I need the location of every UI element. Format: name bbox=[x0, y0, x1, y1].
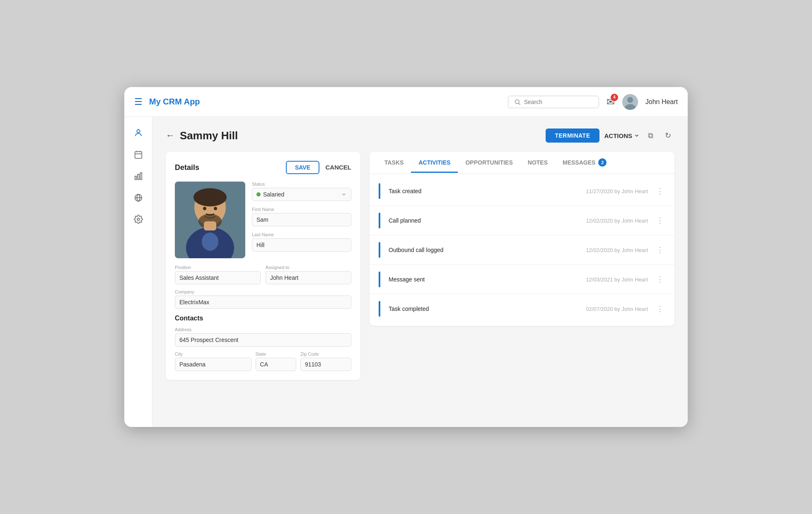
activity-name: Outbound call logged bbox=[389, 247, 586, 253]
refresh-button[interactable]: ↻ bbox=[662, 129, 674, 142]
content-area: ← Sammy Hill TERMINATE ACTIONS ⧉ ↻ bbox=[152, 117, 688, 427]
status-label: Status bbox=[252, 182, 351, 187]
city-field: City Pasadena bbox=[175, 352, 251, 371]
last-name-label: Last Name bbox=[252, 232, 351, 237]
tab-opportunities[interactable]: OPPORTUNITIES bbox=[458, 153, 520, 173]
position-field: Position Sales Assistant bbox=[175, 265, 261, 284]
zip-value[interactable]: 91103 bbox=[300, 358, 351, 371]
tab-messages[interactable]: MESSAGES 2 bbox=[555, 152, 614, 174]
company-field: Company ElectrixMax bbox=[175, 289, 351, 309]
nav-actions: ✉ 4 John Heart bbox=[607, 94, 678, 110]
position-value[interactable]: Sales Assistant bbox=[175, 271, 261, 284]
svg-rect-6 bbox=[135, 152, 142, 159]
activity-item: Task completed 02/07/2020 by John Heart … bbox=[370, 294, 674, 323]
sidebar-item-settings[interactable] bbox=[130, 211, 147, 228]
svg-point-23 bbox=[214, 207, 217, 210]
last-name-value[interactable]: Hill bbox=[252, 238, 351, 252]
user-name-label: John Heart bbox=[645, 98, 678, 106]
city-label: City bbox=[175, 352, 251, 356]
activity-meta: 12/02/2020 by John Heart bbox=[586, 247, 648, 253]
details-header: Details SAVE CANCEL bbox=[175, 161, 351, 174]
svg-point-17 bbox=[193, 188, 227, 206]
svg-rect-11 bbox=[138, 174, 139, 179]
hamburger-menu[interactable]: ☰ bbox=[134, 97, 143, 107]
activity-bar bbox=[379, 272, 380, 287]
activity-more-button[interactable]: ⋮ bbox=[655, 245, 665, 255]
tab-activities[interactable]: ACTIVITIES bbox=[411, 153, 458, 173]
mail-button[interactable]: ✉ 4 bbox=[607, 96, 615, 108]
dropdown-chevron-icon bbox=[341, 192, 347, 197]
svg-rect-12 bbox=[140, 173, 142, 180]
address-field: Address 645 Prospect Crescent bbox=[175, 327, 351, 347]
header-actions: TERMINATE ACTIONS ⧉ ↻ bbox=[546, 128, 674, 143]
city-value[interactable]: Pasadena bbox=[175, 358, 251, 371]
cancel-button[interactable]: CANCEL bbox=[326, 164, 352, 171]
tabs-bar: TASKS ACTIVITIES OPPORTUNITIES NOTES MES bbox=[370, 152, 674, 174]
activity-name: Message sent bbox=[389, 276, 586, 283]
activity-item: Call planned 12/02/2020 by John Heart ⋮ bbox=[370, 206, 674, 235]
activity-item: Message sent 12/03/2021 by John Heart ⋮ bbox=[370, 265, 674, 294]
state-value[interactable]: CA bbox=[256, 358, 296, 371]
sidebar bbox=[124, 117, 152, 427]
svg-point-5 bbox=[137, 130, 140, 133]
save-cancel-group: SAVE CANCEL bbox=[286, 161, 351, 174]
activity-bar bbox=[379, 301, 380, 317]
first-name-value[interactable]: Sam bbox=[252, 213, 351, 226]
zip-label: Zip Code bbox=[300, 352, 351, 356]
address-value[interactable]: 645 Prospect Crescent bbox=[175, 333, 351, 347]
activity-bar bbox=[379, 183, 380, 199]
messages-badge: 2 bbox=[598, 158, 607, 167]
first-name-label: First Name bbox=[252, 207, 351, 212]
status-field: Status Salaried bbox=[252, 182, 351, 201]
activities-panel: TASKS ACTIVITIES OPPORTUNITIES NOTES MES bbox=[370, 152, 674, 326]
terminate-button[interactable]: TERMINATE bbox=[546, 128, 599, 143]
sidebar-item-person[interactable] bbox=[130, 124, 147, 142]
main-layout: ← Sammy Hill TERMINATE ACTIONS ⧉ ↻ bbox=[124, 117, 688, 427]
first-name-field: First Name Sam bbox=[252, 207, 351, 226]
sidebar-item-calendar[interactable] bbox=[130, 146, 147, 163]
right-form-fields: Status Salaried First Name Sam bbox=[252, 182, 351, 258]
sidebar-item-chart[interactable] bbox=[130, 167, 147, 185]
profile-photo-image bbox=[175, 182, 245, 258]
tab-notes[interactable]: NOTES bbox=[520, 153, 555, 173]
activity-item: Task created 11/27/2020 by John Heart ⋮ bbox=[370, 177, 674, 206]
activity-more-button[interactable]: ⋮ bbox=[655, 187, 665, 196]
status-select[interactable]: Salaried bbox=[252, 188, 351, 201]
activity-meta: 12/03/2021 by John Heart bbox=[586, 276, 648, 283]
svg-rect-10 bbox=[135, 176, 136, 179]
top-nav: ☰ My CRM App ✉ 4 John Heart bbox=[124, 87, 688, 117]
actions-button[interactable]: ACTIONS bbox=[604, 132, 640, 139]
company-value[interactable]: ElectrixMax bbox=[175, 296, 351, 309]
copy-button[interactable]: ⧉ bbox=[645, 130, 657, 142]
tab-tasks[interactable]: TASKS bbox=[377, 153, 411, 173]
svg-rect-21 bbox=[204, 221, 216, 230]
assigned-field: Assigned to John Heart bbox=[266, 265, 351, 284]
state-label: State bbox=[256, 352, 296, 356]
save-button[interactable]: SAVE bbox=[286, 161, 319, 174]
sidebar-item-globe[interactable] bbox=[130, 189, 147, 206]
activities-list: Task created 11/27/2020 by John Heart ⋮ … bbox=[370, 174, 674, 326]
assigned-value[interactable]: John Heart bbox=[266, 271, 351, 284]
activity-more-button[interactable]: ⋮ bbox=[655, 275, 665, 284]
search-input[interactable] bbox=[524, 99, 593, 105]
app-logo: My CRM App bbox=[149, 97, 508, 107]
activity-name: Task created bbox=[389, 188, 586, 194]
svg-line-1 bbox=[519, 103, 520, 105]
activity-more-button[interactable]: ⋮ bbox=[655, 304, 665, 313]
page-header: ← Sammy Hill TERMINATE ACTIONS ⧉ ↻ bbox=[166, 128, 674, 143]
state-field: State CA bbox=[256, 352, 296, 371]
activity-name: Task completed bbox=[389, 305, 586, 312]
avatar-image bbox=[622, 94, 638, 110]
position-assigned-row: Position Sales Assistant Assigned to Joh… bbox=[175, 265, 351, 284]
address-label: Address bbox=[175, 327, 351, 332]
search-box bbox=[508, 96, 599, 108]
page-title: Sammy Hill bbox=[180, 129, 546, 142]
activity-more-button[interactable]: ⋮ bbox=[655, 216, 665, 225]
activity-meta: 11/27/2020 by John Heart bbox=[586, 188, 648, 194]
svg-point-0 bbox=[515, 99, 519, 103]
svg-point-20 bbox=[202, 233, 218, 251]
app-window: ☰ My CRM App ✉ 4 John Heart bbox=[124, 87, 688, 427]
city-state-zip-row: City Pasadena State CA Zip Code 91103 bbox=[175, 352, 351, 371]
two-col-layout: Details SAVE CANCEL bbox=[166, 152, 674, 380]
back-button[interactable]: ← bbox=[166, 130, 175, 141]
